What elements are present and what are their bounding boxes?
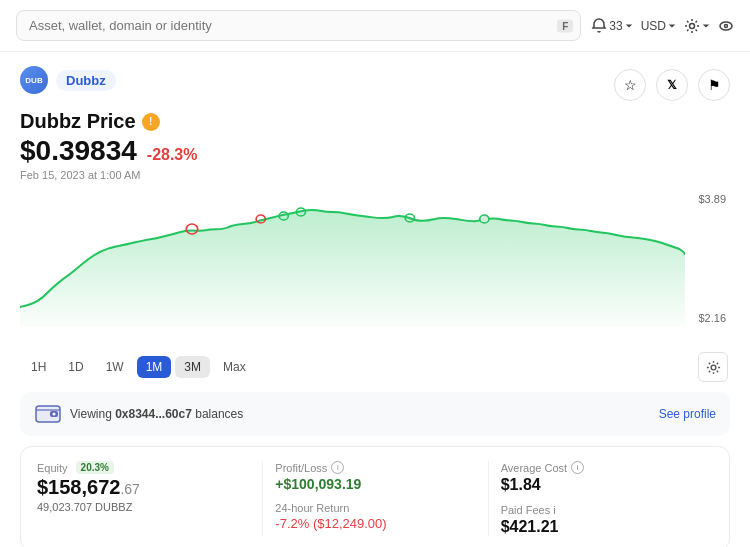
time-controls: 1H 1D 1W 1M 3M Max xyxy=(20,352,730,382)
profit-loss-label: Profit/Loss i xyxy=(275,461,487,474)
stats-card: Equity 20.3% $158,672.67 49,023.707 DUBB… xyxy=(20,446,730,547)
chart-settings-button[interactable] xyxy=(698,352,728,382)
time-1m-button[interactable]: 1M xyxy=(137,356,172,378)
wallet-section: Viewing 0x8344...60c7 balances See profi… xyxy=(20,392,730,436)
settings-button[interactable] xyxy=(684,18,710,34)
avg-cost-label-text: Average Cost xyxy=(501,462,567,474)
gear-chart-icon xyxy=(706,360,721,375)
warning-icon: ! xyxy=(142,113,160,131)
notifications-button[interactable]: 33 xyxy=(591,18,632,34)
price-value: $0.39834 xyxy=(20,135,137,167)
wallet-balance-text: Viewing 0x8344...60c7 balances xyxy=(70,407,243,421)
profit-loss-column: Profit/Loss i +$100,093.19 24-hour Retur… xyxy=(262,461,487,536)
profit-loss-label-text: Profit/Loss xyxy=(275,462,327,474)
paid-fees-label-text: Paid Fees xyxy=(501,504,551,516)
price-change: -28.3% xyxy=(147,146,198,164)
price-timestamp: Feb 15, 2023 at 1:00 AM xyxy=(20,169,730,181)
price-title: Dubbz Price ! xyxy=(20,110,730,133)
gear-icon xyxy=(684,18,700,34)
svg-point-2 xyxy=(725,24,728,27)
equity-main: $158,672 xyxy=(37,476,120,498)
equity-label: Equity 20.3% xyxy=(37,461,262,474)
top-right-icons: 33 USD xyxy=(591,18,734,34)
profit-loss-info-icon[interactable]: i xyxy=(331,461,344,474)
wallet-info: Viewing 0x8344...60c7 balances xyxy=(34,400,243,428)
avg-cost-column: Average Cost i $1.84 Paid Fees i $421.21 xyxy=(488,461,713,536)
token-logo-text: DUB xyxy=(25,76,42,85)
equity-value: $158,672.67 xyxy=(37,476,262,499)
return-24h-label: 24-hour Return xyxy=(275,502,487,514)
time-1w-button[interactable]: 1W xyxy=(97,356,133,378)
currency-selector[interactable]: USD xyxy=(641,19,676,33)
svg-point-6 xyxy=(53,413,56,416)
avg-cost-info-icon[interactable]: i xyxy=(571,461,584,474)
chevron-down-icon-3 xyxy=(702,22,710,30)
avg-cost-value: $1.84 xyxy=(501,476,713,494)
main-content: DUB Dubbz ☆ 𝕏 ⚑ Dubbz Price ! $0.39834 -… xyxy=(0,52,750,547)
flag-button[interactable]: ⚑ xyxy=(698,69,730,101)
time-3m-button[interactable]: 3M xyxy=(175,356,210,378)
time-1h-button[interactable]: 1H xyxy=(22,356,55,378)
see-profile-link[interactable]: See profile xyxy=(659,407,716,421)
return-24h-value: -7.2% ($12,249.00) xyxy=(275,516,487,531)
chart-container: $3.89 $2.16 xyxy=(20,193,730,348)
search-shortcut-badge: F xyxy=(557,19,573,32)
wallet-address: 0x8344...60c7 xyxy=(115,407,192,421)
profit-loss-value: +$100,093.19 xyxy=(275,476,487,492)
token-name-badge: Dubbz xyxy=(56,70,116,91)
token-header: DUB Dubbz xyxy=(20,66,116,94)
chart-low-label: $2.16 xyxy=(698,312,726,324)
trade-marker[interactable] xyxy=(480,215,489,223)
svg-point-0 xyxy=(690,23,695,28)
svg-point-3 xyxy=(711,365,716,370)
price-section: Dubbz Price ! $0.39834 -28.3% Feb 15, 20… xyxy=(20,110,730,181)
bell-icon xyxy=(591,18,607,34)
eye-icon xyxy=(718,18,734,34)
equity-label-text: Equity xyxy=(37,462,68,474)
return-24h-label-text: 24-hour Return xyxy=(275,502,349,514)
price-chart[interactable] xyxy=(20,197,685,327)
twitter-button[interactable]: 𝕏 xyxy=(656,69,688,101)
action-icons: ☆ 𝕏 ⚑ xyxy=(614,69,730,101)
price-title-text: Dubbz Price xyxy=(20,110,136,133)
currency-label: USD xyxy=(641,19,666,33)
top-bar: F 33 USD xyxy=(0,0,750,52)
chevron-down-icon-2 xyxy=(668,22,676,30)
token-logo: DUB xyxy=(20,66,48,94)
star-button[interactable]: ☆ xyxy=(614,69,646,101)
paid-fees-value: $421.21 xyxy=(501,518,713,536)
equity-column: Equity 20.3% $158,672.67 49,023.707 DUBB… xyxy=(37,461,262,536)
paid-fees-label: Paid Fees i xyxy=(501,504,713,516)
eye-button[interactable] xyxy=(718,18,734,34)
wallet-icon xyxy=(34,400,62,428)
svg-point-1 xyxy=(720,22,732,30)
search-input[interactable] xyxy=(16,10,581,41)
chevron-down-icon xyxy=(625,22,633,30)
chart-high-label: $3.89 xyxy=(698,193,726,205)
search-container: F xyxy=(16,10,581,41)
equity-cents: .67 xyxy=(120,481,139,497)
time-max-button[interactable]: Max xyxy=(214,356,255,378)
equity-tokens: 49,023.707 DUBBZ xyxy=(37,501,262,513)
paid-fees-info-icon[interactable]: i xyxy=(553,504,555,516)
time-1d-button[interactable]: 1D xyxy=(59,356,92,378)
notification-count: 33 xyxy=(609,19,622,33)
avg-cost-label: Average Cost i xyxy=(501,461,713,474)
equity-percentage-badge: 20.3% xyxy=(76,461,114,474)
